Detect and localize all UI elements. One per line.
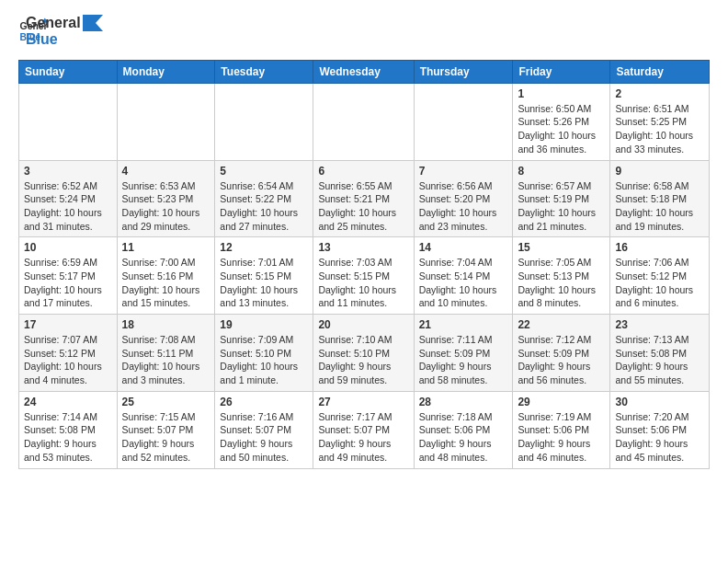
day-number: 3 bbox=[24, 165, 112, 178]
day-number: 13 bbox=[318, 241, 408, 254]
day-number: 25 bbox=[122, 396, 210, 408]
day-cell: 1Sunrise: 6:50 AM Sunset: 5:26 PM Daylig… bbox=[513, 83, 610, 160]
logo-general: General bbox=[26, 15, 103, 31]
day-number: 15 bbox=[518, 241, 605, 254]
weekday-header-thursday: Thursday bbox=[414, 60, 513, 83]
day-cell bbox=[313, 83, 414, 160]
day-number: 12 bbox=[220, 241, 308, 254]
page: General Blue General Blue SundayMon bbox=[0, 0, 728, 488]
day-cell: 22Sunrise: 7:12 AM Sunset: 5:09 PM Dayli… bbox=[513, 315, 610, 392]
day-info: Sunrise: 7:10 AM Sunset: 5:10 PM Dayligh… bbox=[318, 333, 408, 387]
day-number: 14 bbox=[419, 241, 508, 254]
weekday-header-friday: Friday bbox=[513, 60, 610, 83]
day-number: 20 bbox=[318, 318, 408, 331]
day-number: 24 bbox=[24, 396, 112, 408]
day-info: Sunrise: 6:55 AM Sunset: 5:21 PM Dayligh… bbox=[318, 179, 408, 234]
day-number: 19 bbox=[220, 318, 308, 331]
day-cell: 15Sunrise: 7:05 AM Sunset: 5:13 PM Dayli… bbox=[513, 237, 610, 315]
day-info: Sunrise: 7:03 AM Sunset: 5:15 PM Dayligh… bbox=[318, 256, 408, 310]
day-number: 21 bbox=[419, 318, 508, 331]
day-number: 26 bbox=[220, 396, 308, 408]
day-info: Sunrise: 6:56 AM Sunset: 5:20 PM Dayligh… bbox=[419, 179, 508, 234]
day-number: 9 bbox=[615, 165, 704, 178]
day-cell: 13Sunrise: 7:03 AM Sunset: 5:15 PM Dayli… bbox=[313, 237, 414, 315]
day-info: Sunrise: 7:13 AM Sunset: 5:08 PM Dayligh… bbox=[615, 333, 704, 387]
day-info: Sunrise: 7:08 AM Sunset: 5:11 PM Dayligh… bbox=[122, 333, 210, 387]
day-cell: 24Sunrise: 7:14 AM Sunset: 5:08 PM Dayli… bbox=[19, 391, 118, 468]
week-row-5: 24Sunrise: 7:14 AM Sunset: 5:08 PM Dayli… bbox=[19, 391, 710, 468]
day-info: Sunrise: 6:57 AM Sunset: 5:19 PM Dayligh… bbox=[518, 179, 605, 234]
week-row-1: 1Sunrise: 6:50 AM Sunset: 5:26 PM Daylig… bbox=[19, 83, 710, 160]
day-cell: 6Sunrise: 6:55 AM Sunset: 5:21 PM Daylig… bbox=[313, 160, 414, 237]
day-info: Sunrise: 7:01 AM Sunset: 5:15 PM Dayligh… bbox=[220, 256, 308, 310]
weekday-header-row: SundayMondayTuesdayWednesdayThursdayFrid… bbox=[19, 60, 710, 83]
day-cell: 12Sunrise: 7:01 AM Sunset: 5:15 PM Dayli… bbox=[215, 237, 313, 315]
day-info: Sunrise: 7:04 AM Sunset: 5:14 PM Dayligh… bbox=[419, 256, 508, 310]
day-cell bbox=[19, 83, 118, 160]
day-info: Sunrise: 7:07 AM Sunset: 5:12 PM Dayligh… bbox=[24, 333, 112, 387]
day-number: 11 bbox=[122, 241, 210, 254]
day-info: Sunrise: 7:16 AM Sunset: 5:07 PM Dayligh… bbox=[220, 410, 308, 465]
day-cell: 21Sunrise: 7:11 AM Sunset: 5:09 PM Dayli… bbox=[414, 315, 513, 392]
day-info: Sunrise: 6:51 AM Sunset: 5:25 PM Dayligh… bbox=[615, 102, 704, 156]
weekday-header-sunday: Sunday bbox=[19, 60, 118, 83]
day-cell bbox=[414, 83, 513, 160]
day-number: 27 bbox=[318, 396, 408, 408]
day-cell: 27Sunrise: 7:17 AM Sunset: 5:07 PM Dayli… bbox=[313, 391, 414, 468]
day-number: 16 bbox=[615, 241, 704, 254]
weekday-header-monday: Monday bbox=[117, 60, 215, 83]
day-cell: 3Sunrise: 6:52 AM Sunset: 5:24 PM Daylig… bbox=[19, 160, 118, 237]
day-info: Sunrise: 7:11 AM Sunset: 5:09 PM Dayligh… bbox=[419, 333, 508, 387]
weekday-header-wednesday: Wednesday bbox=[313, 60, 414, 83]
day-cell: 8Sunrise: 6:57 AM Sunset: 5:19 PM Daylig… bbox=[513, 160, 610, 237]
day-info: Sunrise: 7:00 AM Sunset: 5:16 PM Dayligh… bbox=[122, 256, 210, 310]
day-info: Sunrise: 6:59 AM Sunset: 5:17 PM Dayligh… bbox=[24, 256, 112, 310]
day-cell: 30Sunrise: 7:20 AM Sunset: 5:06 PM Dayli… bbox=[610, 391, 710, 468]
day-info: Sunrise: 7:17 AM Sunset: 5:07 PM Dayligh… bbox=[318, 410, 408, 465]
day-number: 6 bbox=[318, 165, 408, 178]
day-info: Sunrise: 7:20 AM Sunset: 5:06 PM Dayligh… bbox=[615, 410, 704, 465]
logo-blue: Blue bbox=[26, 31, 103, 48]
day-cell bbox=[215, 83, 313, 160]
day-number: 30 bbox=[615, 396, 704, 408]
day-number: 4 bbox=[122, 165, 210, 178]
day-cell: 7Sunrise: 6:56 AM Sunset: 5:20 PM Daylig… bbox=[414, 160, 513, 237]
header: General Blue General Blue bbox=[18, 15, 710, 49]
day-number: 17 bbox=[24, 318, 112, 331]
day-info: Sunrise: 7:19 AM Sunset: 5:06 PM Dayligh… bbox=[518, 410, 605, 465]
calendar-body: 1Sunrise: 6:50 AM Sunset: 5:26 PM Daylig… bbox=[19, 83, 710, 468]
day-cell: 14Sunrise: 7:04 AM Sunset: 5:14 PM Dayli… bbox=[414, 237, 513, 315]
day-info: Sunrise: 7:15 AM Sunset: 5:07 PM Dayligh… bbox=[122, 410, 210, 465]
day-cell: 5Sunrise: 6:54 AM Sunset: 5:22 PM Daylig… bbox=[215, 160, 313, 237]
calendar-header: SundayMondayTuesdayWednesdayThursdayFrid… bbox=[19, 60, 710, 83]
day-number: 28 bbox=[419, 396, 508, 408]
day-cell: 20Sunrise: 7:10 AM Sunset: 5:10 PM Dayli… bbox=[313, 315, 414, 392]
day-info: Sunrise: 7:05 AM Sunset: 5:13 PM Dayligh… bbox=[518, 256, 605, 310]
day-info: Sunrise: 6:58 AM Sunset: 5:18 PM Dayligh… bbox=[615, 179, 704, 234]
day-cell: 4Sunrise: 6:53 AM Sunset: 5:23 PM Daylig… bbox=[117, 160, 215, 237]
logo: General Blue General Blue bbox=[18, 15, 103, 49]
day-cell: 23Sunrise: 7:13 AM Sunset: 5:08 PM Dayli… bbox=[610, 315, 710, 392]
day-number: 5 bbox=[220, 165, 308, 178]
week-row-4: 17Sunrise: 7:07 AM Sunset: 5:12 PM Dayli… bbox=[19, 315, 710, 392]
day-cell: 11Sunrise: 7:00 AM Sunset: 5:16 PM Dayli… bbox=[117, 237, 215, 315]
day-cell: 18Sunrise: 7:08 AM Sunset: 5:11 PM Dayli… bbox=[117, 315, 215, 392]
week-row-3: 10Sunrise: 6:59 AM Sunset: 5:17 PM Dayli… bbox=[19, 237, 710, 315]
day-number: 10 bbox=[24, 241, 112, 254]
day-number: 29 bbox=[518, 396, 605, 408]
day-info: Sunrise: 6:52 AM Sunset: 5:24 PM Dayligh… bbox=[24, 179, 112, 234]
day-number: 2 bbox=[615, 87, 704, 100]
day-info: Sunrise: 7:09 AM Sunset: 5:10 PM Dayligh… bbox=[220, 333, 308, 387]
day-cell: 16Sunrise: 7:06 AM Sunset: 5:12 PM Dayli… bbox=[610, 237, 710, 315]
day-number: 8 bbox=[518, 165, 605, 178]
logo-flag-icon bbox=[83, 15, 103, 31]
day-number: 18 bbox=[122, 318, 210, 331]
svg-marker-4 bbox=[83, 15, 103, 31]
day-cell: 26Sunrise: 7:16 AM Sunset: 5:07 PM Dayli… bbox=[215, 391, 313, 468]
day-cell: 17Sunrise: 7:07 AM Sunset: 5:12 PM Dayli… bbox=[19, 315, 118, 392]
day-cell: 25Sunrise: 7:15 AM Sunset: 5:07 PM Dayli… bbox=[117, 391, 215, 468]
day-cell bbox=[117, 83, 215, 160]
day-info: Sunrise: 6:54 AM Sunset: 5:22 PM Dayligh… bbox=[220, 179, 308, 234]
day-info: Sunrise: 7:06 AM Sunset: 5:12 PM Dayligh… bbox=[615, 256, 704, 310]
weekday-header-saturday: Saturday bbox=[610, 60, 710, 83]
